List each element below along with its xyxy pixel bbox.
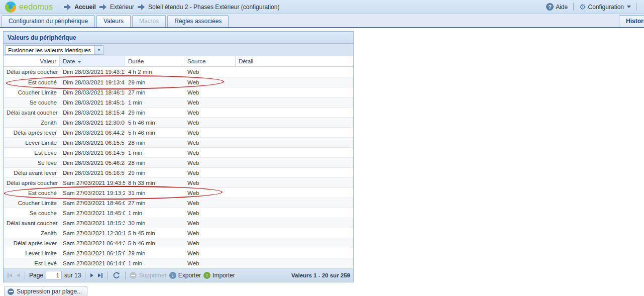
eedomus-logo[interactable]: eedomus bbox=[5, 2, 53, 13]
cell-source: Web bbox=[184, 260, 236, 266]
table-row[interactable]: Coucher LimiteSam 27/03/2021 18:46:0227 … bbox=[4, 198, 353, 208]
column-header-duree[interactable]: Durée bbox=[125, 56, 184, 66]
divider bbox=[125, 271, 126, 279]
refresh-icon bbox=[113, 272, 120, 279]
table-row[interactable]: ZenithDim 28/03/2021 12:30:055 h 46 minW… bbox=[4, 117, 353, 127]
table-row[interactable]: Lever LimiteSam 27/03/2021 06:15:0529 mi… bbox=[4, 248, 353, 258]
configuration-label: Configuration bbox=[588, 4, 624, 11]
export-label: Exporter bbox=[178, 272, 201, 279]
grid-body: Délai après coucherDim 28/03/2021 19:43:… bbox=[4, 67, 353, 268]
page-label: Page bbox=[29, 272, 43, 279]
table-row[interactable]: Délai après leverSam 27/03/2021 06:44:34… bbox=[4, 238, 353, 248]
cell-duree: 8 h 33 min bbox=[125, 180, 184, 186]
cell-source: Web bbox=[184, 210, 236, 216]
grid-header: Valeur Date Durée Source Détail bbox=[4, 56, 353, 67]
cell-valeur: Délai après coucher bbox=[4, 180, 60, 186]
table-row[interactable]: ZenithSam 27/03/2021 12:30:145 h 45 minW… bbox=[4, 228, 353, 238]
cell-source: Web bbox=[184, 140, 236, 146]
table-row[interactable]: Délai avant leverDim 28/03/2021 05:16:59… bbox=[4, 167, 353, 177]
tab-configuration-du-peripherique[interactable]: Configuration du périphérique bbox=[2, 15, 95, 27]
table-row[interactable]: Délai après coucherSam 27/03/2021 19:43:… bbox=[4, 177, 353, 187]
cell-date: Dim 28/03/2021 18:45:14 bbox=[60, 100, 125, 106]
table-row[interactable]: Délai avant coucherDim 28/03/2021 18:15:… bbox=[4, 107, 353, 117]
cell-source: Web bbox=[184, 250, 236, 256]
table-row[interactable]: Délai après coucherDim 28/03/2021 19:43:… bbox=[4, 67, 353, 77]
export-button[interactable]: ↓ Exporter bbox=[169, 272, 201, 279]
cell-duree: 5 h 45 min bbox=[125, 230, 184, 236]
cell-valeur: Se couche bbox=[4, 210, 60, 216]
divider bbox=[573, 3, 574, 11]
cell-source: Web bbox=[184, 79, 236, 85]
page-number-input[interactable] bbox=[46, 271, 62, 279]
cell-date: Dim 28/03/2021 06:15:57 bbox=[60, 140, 125, 146]
table-row[interactable]: Coucher LimiteDim 28/03/2021 18:46:1527 … bbox=[4, 87, 353, 97]
cell-valeur: Délai avant lever bbox=[4, 170, 60, 176]
cell-valeur: Zenith bbox=[4, 230, 60, 236]
tab-strip: Configuration du périphérique Valeurs Ma… bbox=[0, 14, 644, 28]
cell-duree: 28 min bbox=[125, 160, 184, 166]
table-row[interactable]: Lever LimiteDim 28/03/2021 06:15:5728 mi… bbox=[4, 137, 353, 147]
merge-values-dropdown-value: Fusionner les valeurs identiques bbox=[8, 47, 91, 53]
table-row[interactable]: Est LevéDim 28/03/2021 06:14:561 minWeb bbox=[4, 147, 353, 157]
table-row[interactable]: Délai après leverDim 28/03/2021 06:44:25… bbox=[4, 127, 353, 137]
previous-page-button[interactable] bbox=[16, 272, 21, 278]
breadcrumb-arrow-icon bbox=[99, 4, 106, 10]
column-header-source[interactable]: Source bbox=[184, 56, 236, 66]
cell-source: Web bbox=[184, 110, 236, 116]
column-header-detail[interactable]: Détail bbox=[236, 56, 353, 66]
column-header-valeur[interactable]: Valeur bbox=[4, 56, 60, 66]
table-row[interactable]: Se coucheDim 28/03/2021 18:45:141 minWeb bbox=[4, 97, 353, 107]
merge-values-dropdown[interactable]: Fusionner les valeurs identiques ▼ bbox=[5, 45, 103, 55]
tab-macros: Macros bbox=[132, 15, 166, 27]
cell-date: Dim 28/03/2021 05:46:28 bbox=[60, 160, 125, 166]
cell-date: Sam 27/03/2021 06:15:05 bbox=[60, 250, 125, 256]
cell-date: Dim 28/03/2021 18:46:15 bbox=[60, 89, 125, 95]
table-row[interactable]: Délai avant coucherSam 27/03/2021 18:15:… bbox=[4, 218, 353, 228]
table-row[interactable]: Est couchéDim 28/03/2021 19:13:4229 minW… bbox=[4, 77, 353, 87]
table-row[interactable]: Se coucheSam 27/03/2021 18:45:021 minWeb bbox=[4, 208, 353, 218]
breadcrumb-room[interactable]: Extérieur bbox=[110, 4, 134, 11]
cell-date: Dim 28/03/2021 12:30:05 bbox=[60, 120, 125, 126]
delete-label: Supprimer bbox=[139, 272, 166, 279]
cell-duree: 1 min bbox=[125, 210, 184, 216]
range-delete-button[interactable]: Suppression par plage... bbox=[4, 286, 87, 296]
next-page-button[interactable] bbox=[89, 272, 94, 278]
table-row[interactable]: Se lèveDim 28/03/2021 05:46:2828 minWeb bbox=[4, 157, 353, 167]
import-button[interactable]: ↑ Importer bbox=[203, 272, 235, 279]
configuration-menu-button[interactable]: ⚙ Configuration bbox=[579, 3, 631, 11]
page-count-label: sur 13 bbox=[64, 272, 81, 279]
table-row[interactable]: Est couchéSam 27/03/2021 19:13:2931 minW… bbox=[4, 187, 353, 198]
cell-duree: 5 h 46 min bbox=[125, 240, 184, 246]
cell-valeur: Délai après coucher bbox=[4, 69, 60, 75]
column-header-date[interactable]: Date bbox=[60, 56, 125, 66]
help-button[interactable]: ? Aide bbox=[546, 3, 568, 11]
tab-valeurs[interactable]: Valeurs bbox=[96, 15, 131, 27]
cell-source: Web bbox=[184, 89, 236, 95]
breadcrumb-home[interactable]: Accueil bbox=[74, 4, 96, 11]
cell-valeur: Coucher Limite bbox=[4, 89, 60, 95]
cell-date: Sam 27/03/2021 06:44:34 bbox=[60, 240, 125, 246]
tab-regles-associees[interactable]: Règles associées bbox=[167, 15, 229, 27]
delete-button: Supprimer bbox=[130, 272, 166, 279]
cell-date: Dim 28/03/2021 05:16:59 bbox=[60, 170, 125, 176]
gear-icon: ⚙ bbox=[579, 3, 586, 11]
first-page-button[interactable] bbox=[7, 272, 13, 279]
panel-title: Valeurs du périphérique bbox=[4, 32, 353, 44]
device-values-panel: Valeurs du périphérique Fusionner les va… bbox=[3, 31, 354, 282]
import-icon: ↑ bbox=[203, 272, 210, 279]
refresh-button[interactable] bbox=[112, 271, 121, 280]
cell-duree: 4 h 2 min bbox=[125, 69, 184, 75]
logo-text: eedomus bbox=[19, 3, 53, 12]
cell-duree: 31 min bbox=[125, 190, 184, 196]
cell-duree: 29 min bbox=[125, 170, 184, 176]
last-page-button[interactable] bbox=[97, 272, 103, 279]
divider bbox=[25, 271, 25, 279]
dropdown-trigger[interactable]: ▼ bbox=[94, 46, 103, 54]
divider bbox=[636, 3, 637, 11]
chevron-down-icon: ▼ bbox=[97, 48, 101, 52]
table-row[interactable]: Est LevéSam 27/03/2021 06:14:041 minWeb bbox=[4, 258, 353, 268]
divider bbox=[108, 271, 108, 279]
cell-valeur: Délai avant coucher bbox=[4, 110, 60, 116]
breadcrumb-arrow-icon bbox=[64, 4, 71, 10]
tab-historique[interactable]: Historique bbox=[619, 15, 644, 27]
